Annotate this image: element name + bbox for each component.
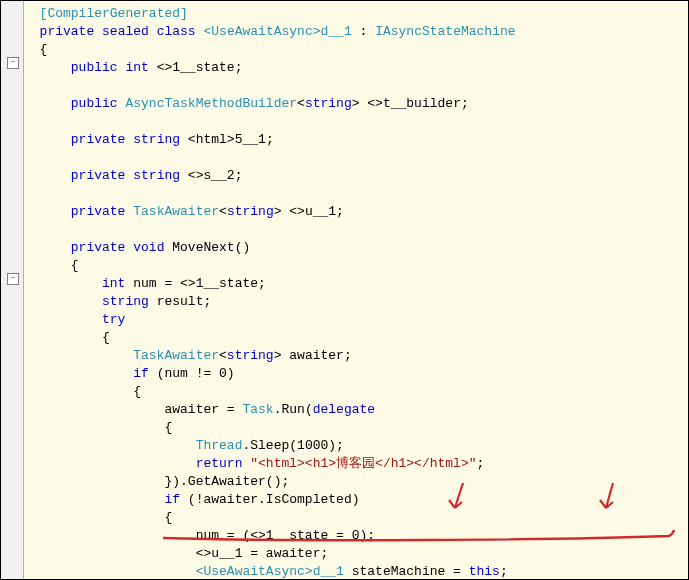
ref: <>1__state	[180, 276, 258, 291]
kw: delegate	[313, 402, 375, 417]
interface-name: IAsyncStateMachine	[375, 24, 515, 39]
ref: awaiter	[164, 402, 219, 417]
method: GetAwaiter	[188, 474, 266, 489]
number: 0	[352, 528, 360, 543]
kw: string	[102, 294, 149, 309]
type: TaskAwaiter	[133, 348, 219, 363]
number: 1000	[297, 438, 328, 453]
kw: this	[469, 564, 500, 579]
kw: string	[305, 96, 352, 111]
editor-frame: − − [CompilerGenerated] private sealed c…	[0, 0, 689, 580]
class-name: <UseAwaitAsync>d__1	[203, 24, 351, 39]
kw: string	[227, 204, 274, 219]
type: AsyncTaskMethodBuilder	[125, 96, 297, 111]
kw: public	[71, 96, 118, 111]
code-area[interactable]: [CompilerGenerated] private sealed class…	[24, 5, 688, 579]
condition: !awaiter.IsCompleted	[196, 492, 352, 507]
var: awaiter	[289, 348, 344, 363]
fold-gutter: − −	[1, 1, 24, 579]
attribute: [CompilerGenerated]	[24, 6, 188, 21]
var: result	[157, 294, 204, 309]
field-state: <>1__state	[157, 60, 235, 75]
method: Sleep	[250, 438, 289, 453]
type: <UseAwaitAsync>d__1	[196, 564, 344, 579]
fold-toggle-class[interactable]: −	[7, 57, 19, 69]
field-s2: <>s__2	[188, 168, 235, 183]
type: Thread	[196, 438, 243, 453]
kw: if	[133, 366, 149, 381]
kw: private	[71, 132, 126, 147]
type: Task	[242, 402, 273, 417]
kw: void	[133, 240, 164, 255]
kw: string	[133, 168, 180, 183]
condition: num != 0	[164, 366, 226, 381]
kw: int	[125, 60, 148, 75]
string-literal: "<html><h1>博客园</h1></html>"	[250, 456, 476, 471]
kw: public	[71, 60, 118, 75]
kw: private	[71, 240, 126, 255]
kw: int	[102, 276, 125, 291]
field-builder: <>t__builder	[367, 96, 461, 111]
kw: private	[40, 24, 95, 39]
kw: string	[133, 132, 180, 147]
ref: <>1__state	[250, 528, 328, 543]
var: stateMachine	[352, 564, 446, 579]
ref: <>u__1	[196, 546, 243, 561]
kw: sealed	[102, 24, 149, 39]
method: Run	[281, 402, 304, 417]
field-html: <html>5__1	[188, 132, 266, 147]
type: TaskAwaiter	[133, 204, 219, 219]
kw: if	[164, 492, 180, 507]
fold-toggle-method[interactable]: −	[7, 273, 19, 285]
kw: class	[157, 24, 196, 39]
var: num	[133, 276, 156, 291]
method-name: MoveNext	[172, 240, 234, 255]
kw: return	[196, 456, 243, 471]
ref: num	[196, 528, 219, 543]
field-u1: <>u__1	[289, 204, 336, 219]
kw: string	[227, 348, 274, 363]
kw: private	[71, 168, 126, 183]
ref: awaiter	[266, 546, 321, 561]
kw: try	[102, 312, 125, 327]
kw: private	[71, 204, 126, 219]
